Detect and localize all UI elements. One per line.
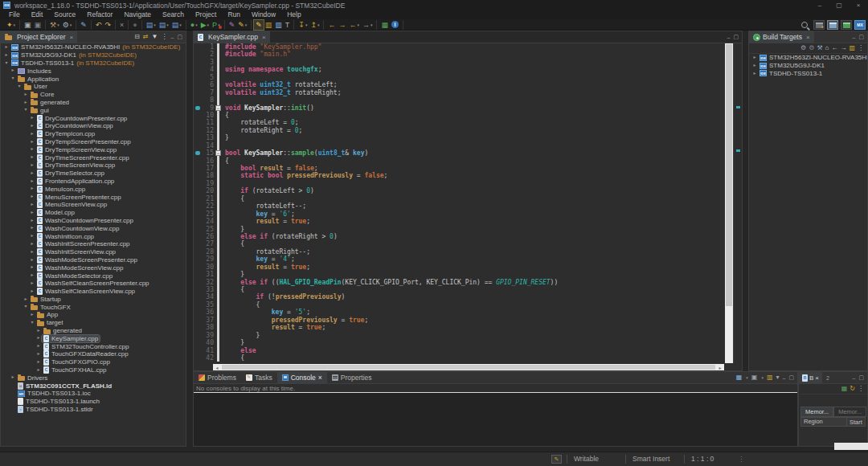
forward-icon[interactable]: → [840, 43, 846, 53]
progress-dots[interactable]: ⋮ [738, 452, 745, 466]
horizontal-scrollbar[interactable]: ◂ ▸ [213, 364, 724, 370]
tree-item[interactable]: ▾gui [1, 106, 186, 114]
menu-source[interactable]: Source [48, 10, 81, 19]
expand-chevron-icon[interactable]: ▸ [35, 327, 42, 335]
expand-chevron-icon[interactable]: ▸ [29, 185, 35, 193]
pin-console-icon[interactable]: ▥ [767, 373, 773, 382]
tree-item[interactable]: ▸CMenuScreenPresenter.cpp [1, 193, 186, 201]
filter-icon[interactable]: ▼ [152, 32, 158, 42]
expand-chevron-icon[interactable]: ▾ [23, 303, 29, 311]
tree-item[interactable]: ▾TouchGFX [1, 303, 186, 311]
console-menu-icon[interactable]: ▾ [776, 373, 779, 382]
menu-run[interactable]: Run [222, 10, 246, 19]
menu-edit[interactable]: Edit [26, 10, 49, 19]
build-target-icon[interactable]: ⚒ [817, 43, 822, 53]
tree-item[interactable]: ▸CTouchGFXDataReader.cpp [1, 350, 186, 358]
link-with-editor-icon[interactable]: ⇄ [143, 32, 149, 42]
expand-chevron-icon[interactable]: ▸ [29, 138, 35, 146]
expand-chevron-icon[interactable]: ▸ [29, 232, 35, 240]
expand-chevron-icon[interactable]: ▸ [10, 67, 16, 75]
go-into-button[interactable]: ↥▾ [309, 20, 321, 30]
build-target-item[interactable]: ▸IDESTM32H563ZI-NUCLEO-RVA35HI [749, 54, 867, 62]
mark-occurrences-button[interactable]: ✎ [254, 20, 264, 30]
tree-item[interactable]: ▸generated [1, 99, 186, 107]
code-area[interactable]: 1#include "KeySampler.hpp"2#include "mai… [194, 43, 742, 364]
maximize-button[interactable]: ▢ [829, 0, 849, 10]
build-settings-button[interactable]: ⚙▾ [61, 20, 74, 30]
tree-item[interactable]: ▸IDESTM32H563ZI-NUCLEO-RVA35HI(in STM32C… [1, 43, 186, 51]
close-button[interactable]: × [849, 0, 868, 10]
view-menu-icon[interactable]: ⋮ [161, 32, 167, 42]
hardware-perspective-button[interactable] [841, 20, 852, 30]
menu-search[interactable]: Search [157, 10, 190, 19]
tree-item[interactable]: ▸CTouchGFXHAL.cpp [1, 366, 186, 374]
dropdown-arrow-icon[interactable]: ▾ [371, 22, 373, 27]
maximize-icon[interactable]: ▢ [858, 374, 864, 381]
minimize-icon[interactable]: – [852, 35, 855, 40]
tree-item[interactable]: ▸Includes [1, 67, 186, 75]
tree-item[interactable]: ▸CDryTempScreenPresenter.cpp [1, 138, 186, 146]
menu-project[interactable]: Project [190, 10, 222, 19]
tree-item[interactable]: ▸CKeySampler.cpp [1, 334, 186, 342]
expand-chevron-icon[interactable]: ▸ [29, 130, 35, 138]
link-with-editor-icon[interactable]: ▥ [849, 43, 855, 53]
editor-tab[interactable]: C KeySampler.cpp × [194, 31, 270, 43]
tree-item[interactable]: ▾Application [1, 75, 186, 83]
menu-help[interactable]: Help [281, 10, 306, 19]
tree-item[interactable]: ▸CFrontendApplication.cpp [1, 178, 186, 186]
dropdown-arrow-icon[interactable]: ▾ [305, 22, 308, 27]
expand-chevron-icon[interactable]: ▸ [29, 201, 35, 209]
stack-analyzer-tab[interactable]: 2 [822, 375, 833, 381]
tree-item[interactable]: ▸CWashCountdownPresenter.cpp [1, 217, 186, 225]
tree-item[interactable]: ▸CWashModeScreenPresenter.cpp [1, 256, 186, 264]
tree-item[interactable]: MXTSDHD-TSS013-1.ioc [1, 390, 186, 398]
open-perspective-button[interactable]: + [813, 20, 825, 30]
expand-chevron-icon[interactable]: ▸ [35, 350, 42, 358]
import-target-icon[interactable]: ⌂ [825, 43, 829, 53]
fold-collapse-icon[interactable]: − [215, 150, 221, 156]
expand-chevron-icon[interactable]: ▸ [23, 91, 29, 99]
tree-item[interactable]: ▸Core [1, 91, 186, 99]
menu-navigate[interactable]: Navigate [118, 10, 157, 19]
new-class-button[interactable]: ▤▾ [158, 20, 170, 30]
expand-chevron-icon[interactable]: ▸ [29, 145, 35, 153]
column-region[interactable]: Region [801, 417, 847, 427]
expand-chevron-icon[interactable]: ▸ [29, 161, 35, 170]
refresh-icon[interactable]: ↻ [850, 384, 855, 394]
tree-item[interactable]: ▸CWashSelfCleanScreenPresenter.cpp [1, 280, 186, 288]
expand-chevron-icon[interactable]: ▾ [10, 75, 16, 83]
expand-chevron-icon[interactable]: ▸ [751, 54, 758, 62]
menu-file[interactable]: File [3, 10, 26, 19]
clean-button[interactable]: ● [131, 20, 138, 30]
view-menu-icon[interactable]: ⋮ [858, 384, 864, 394]
build-analyzer-tab[interactable]: B B × [799, 372, 822, 384]
tab-console[interactable]: Console× [277, 372, 327, 384]
expand-chevron-icon[interactable]: ▸ [29, 114, 35, 122]
expand-chevron-icon[interactable]: ▸ [29, 224, 35, 232]
build-all-button[interactable]: ⚒▾ [48, 20, 61, 30]
expand-chevron-icon[interactable]: ▸ [10, 374, 16, 382]
dropdown-arrow-icon[interactable]: ▾ [245, 22, 248, 27]
tree-item[interactable]: ▸CMenuIcon.cpp [1, 185, 186, 193]
expand-chevron-icon[interactable]: ▾ [23, 106, 29, 114]
show-type-button[interactable]: T [284, 20, 292, 30]
vertical-scrollbar[interactable] [725, 43, 733, 363]
minimize-icon[interactable]: – [170, 35, 174, 40]
new-c-file-button[interactable]: ▤▾ [145, 20, 158, 30]
dropdown-arrow-icon[interactable]: ▾ [207, 22, 210, 27]
tree-item[interactable]: ▸CDryTempScreenView.cpp [1, 145, 186, 153]
scroll-right-icon[interactable]: ▸ [716, 365, 724, 370]
pin-editor-button[interactable]: ▥ [264, 20, 274, 30]
save-button[interactable]: ▣ [23, 20, 33, 30]
expand-chevron-icon[interactable]: ▸ [29, 209, 35, 217]
close-icon[interactable]: × [69, 34, 73, 41]
expand-chevron-icon[interactable]: ▸ [29, 272, 35, 280]
redo-button[interactable]: ↷ [103, 20, 113, 30]
expand-chevron-icon[interactable]: ▸ [29, 264, 35, 272]
device-configuration-button[interactable]: ✎ [79, 20, 88, 30]
maximize-icon[interactable]: ▢ [177, 34, 182, 40]
tree-item[interactable]: TSDHD-TSS013-1.launch [1, 398, 186, 406]
dropdown-arrow-icon[interactable]: ▾ [761, 375, 764, 380]
tab-problems[interactable]: Problems [194, 372, 241, 384]
take-snapshot-icon[interactable]: ▦ [841, 384, 848, 394]
